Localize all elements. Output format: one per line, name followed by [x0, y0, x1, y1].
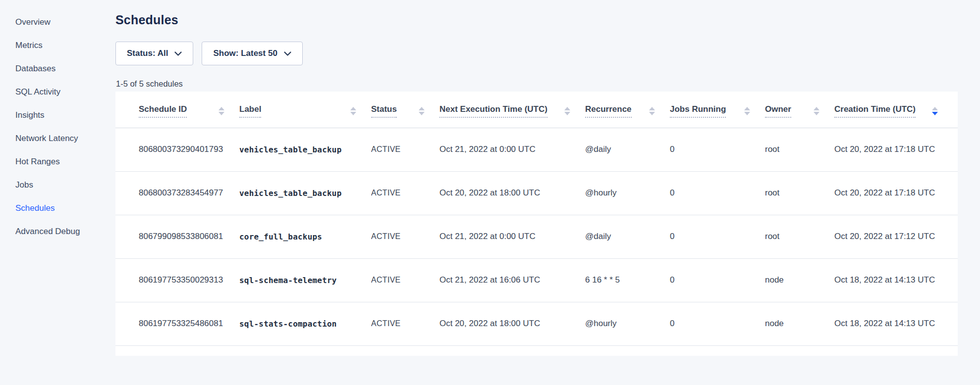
status-filter-dropdown[interactable]: Status: All [115, 42, 193, 65]
sort-icon [350, 107, 356, 115]
cell-jobs-running: 0 [670, 215, 765, 258]
sort-desc-arrow [419, 112, 425, 115]
cell-creation-time: Oct 20, 2022 at 17:12 UTC [834, 215, 958, 258]
sidebar-item-overview[interactable]: Overview [0, 10, 115, 34]
status-filter-label: Status: All [127, 48, 168, 58]
page-title: Schedules [115, 13, 178, 27]
sidebar-item-label: Databases [15, 64, 55, 74]
sidebar-item-label: Advanced Debug [15, 227, 80, 237]
cell-schedule-id: 806197753350029313 [115, 258, 239, 302]
cell-jobs-running: 0 [670, 258, 765, 302]
sidebar-item-label: Overview [15, 17, 51, 27]
schedules-table-card: Schedule ID Label Status [115, 92, 958, 356]
sort-icon [649, 107, 655, 115]
cell-recurrence: @daily [585, 215, 670, 258]
cell-owner: root [765, 171, 834, 215]
cell-next-execution-time: Oct 21, 2022 at 0:00 UTC [439, 128, 585, 171]
cell-status: ACTIVE [371, 302, 439, 345]
cell-owner: root [765, 128, 834, 171]
sidebar-item-label: Jobs [15, 180, 33, 190]
sidebar-item-label: Hot Ranges [15, 157, 60, 167]
column-header-jobs-running[interactable]: Jobs Running [670, 92, 765, 128]
sort-asc-arrow [218, 107, 224, 110]
sort-desc-arrow [564, 112, 570, 115]
sort-icon [814, 107, 819, 115]
sidebar-item-label: Insights [15, 110, 45, 120]
sort-asc-arrow [814, 107, 819, 110]
cell-creation-time: Oct 20, 2022 at 17:18 UTC [834, 171, 958, 215]
sort-asc-arrow [350, 107, 356, 110]
sort-desc-arrow [744, 112, 750, 115]
show-filter-dropdown[interactable]: Show: Latest 50 [202, 42, 302, 65]
cell-creation-time: Oct 20, 2022 at 17:18 UTC [834, 128, 958, 171]
chevron-down-icon [174, 51, 182, 56]
cell-owner: node [765, 302, 834, 345]
table-row: 806197753350029313 sql-schema-telemetry … [115, 258, 958, 302]
sort-desc-arrow [649, 112, 655, 115]
column-header-status[interactable]: Status [371, 92, 439, 128]
column-header-label: Schedule ID [139, 104, 187, 118]
column-header-recurrence[interactable]: Recurrence [585, 92, 670, 128]
sidebar: Overview Metrics Databases SQL Activity … [0, 10, 115, 243]
sidebar-item-label: Schedules [15, 203, 54, 213]
schedules-table: Schedule ID Label Status [115, 92, 958, 346]
sidebar-item-hot-ranges[interactable]: Hot Ranges [0, 150, 115, 173]
sort-icon [744, 107, 750, 115]
column-header-schedule-id[interactable]: Schedule ID [115, 92, 239, 128]
table-header-row: Schedule ID Label Status [115, 92, 958, 128]
sort-icon [932, 107, 938, 115]
sidebar-item-network-latency[interactable]: Network Latency [0, 127, 115, 150]
cell-schedule-id: 806197753325486081 [115, 302, 239, 345]
cell-recurrence: 6 16 * * 5 [585, 258, 670, 302]
cell-next-execution-time: Oct 21, 2022 at 16:06 UTC [439, 258, 585, 302]
column-header-label: Recurrence [585, 104, 632, 118]
cell-schedule-id: 806800373290401793 [115, 128, 239, 171]
cell-next-execution-time: Oct 20, 2022 at 18:00 UTC [439, 302, 585, 345]
cell-recurrence: @hourly [585, 171, 670, 215]
cell-schedule-id: 806799098533806081 [115, 215, 239, 258]
cell-next-execution-time: Oct 21, 2022 at 0:00 UTC [439, 215, 585, 258]
cell-recurrence: @hourly [585, 302, 670, 345]
column-header-creation-time[interactable]: Creation Time (UTC) [834, 92, 958, 128]
cell-jobs-running: 0 [670, 302, 765, 345]
column-header-label: Status [371, 104, 397, 118]
sort-icon [218, 107, 224, 115]
sidebar-item-label: Network Latency [15, 134, 78, 144]
table-row: 806800373290401793 vehicles_table_backup… [115, 128, 958, 171]
column-header-next-execution-time[interactable]: Next Execution Time (UTC) [439, 92, 585, 128]
sidebar-item-sql-activity[interactable]: SQL Activity [0, 80, 115, 103]
sort-asc-arrow [649, 107, 655, 110]
cell-label: vehicles_table_backup [239, 171, 371, 215]
chevron-down-icon [284, 51, 291, 56]
sort-desc-arrow [932, 112, 938, 115]
column-header-label[interactable]: Label [239, 92, 371, 128]
sort-asc-arrow [564, 107, 570, 110]
sidebar-item-metrics[interactable]: Metrics [0, 34, 115, 57]
filter-bar: Status: All Show: Latest 50 [115, 42, 303, 65]
cell-schedule-id: 806800373283454977 [115, 171, 239, 215]
sidebar-item-label: SQL Activity [15, 87, 60, 97]
cell-next-execution-time: Oct 20, 2022 at 18:00 UTC [439, 171, 585, 215]
cell-creation-time: Oct 18, 2022 at 14:13 UTC [834, 302, 958, 345]
cell-label: vehicles_table_backup [239, 128, 371, 171]
cell-owner: root [765, 215, 834, 258]
cell-recurrence: @daily [585, 128, 670, 171]
sidebar-item-insights[interactable]: Insights [0, 103, 115, 127]
sort-asc-arrow [419, 107, 425, 110]
column-header-owner[interactable]: Owner [765, 92, 834, 128]
cell-status: ACTIVE [371, 171, 439, 215]
cell-jobs-running: 0 [670, 128, 765, 171]
sort-desc-arrow [218, 112, 224, 115]
results-count: 1-5 of 5 schedules [116, 79, 183, 89]
sort-desc-arrow [814, 112, 819, 115]
sidebar-item-schedules[interactable]: Schedules [0, 196, 115, 220]
cell-creation-time: Oct 18, 2022 at 14:13 UTC [834, 258, 958, 302]
column-header-label: Jobs Running [670, 104, 726, 118]
sidebar-item-advanced-debug[interactable]: Advanced Debug [0, 220, 115, 243]
table-row: 806799098533806081 core_full_backups ACT… [115, 215, 958, 258]
sidebar-item-jobs[interactable]: Jobs [0, 173, 115, 196]
table-row: 806800373283454977 vehicles_table_backup… [115, 171, 958, 215]
cell-status: ACTIVE [371, 128, 439, 171]
sort-icon [564, 107, 570, 115]
sidebar-item-databases[interactable]: Databases [0, 57, 115, 80]
